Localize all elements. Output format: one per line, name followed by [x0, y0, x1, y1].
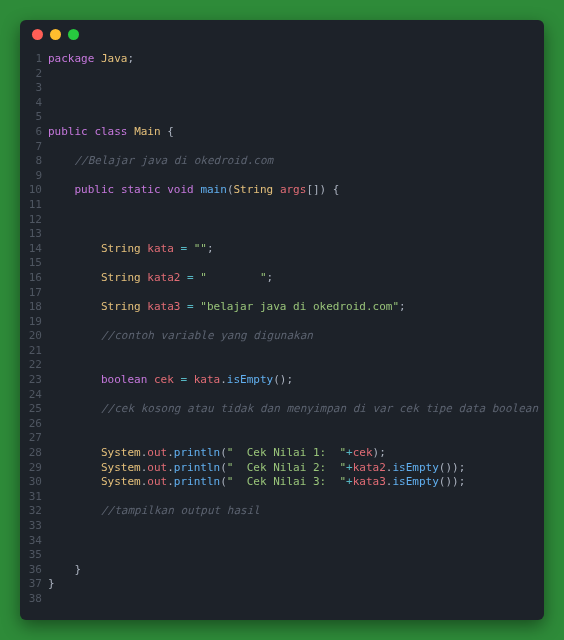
- line-number: 1: [20, 52, 42, 67]
- code-line[interactable]: //contoh variable yang digunakan: [48, 329, 544, 344]
- code-line[interactable]: [48, 388, 544, 403]
- line-number: 24: [20, 388, 42, 403]
- code-line[interactable]: //cek kosong atau tidak dan menyimpan di…: [48, 402, 544, 417]
- code-line[interactable]: [48, 256, 544, 271]
- code-line[interactable]: [48, 344, 544, 359]
- line-number: 38: [20, 592, 42, 607]
- code-line[interactable]: [48, 140, 544, 155]
- line-number: 35: [20, 548, 42, 563]
- code-line[interactable]: [48, 110, 544, 125]
- code-line[interactable]: [48, 198, 544, 213]
- line-number-gutter: 1234567891011121314151617181920212223242…: [20, 52, 48, 612]
- line-number: 18: [20, 300, 42, 315]
- line-number: 12: [20, 213, 42, 228]
- line-number: 11: [20, 198, 42, 213]
- line-number: 16: [20, 271, 42, 286]
- minimize-icon[interactable]: [50, 29, 61, 40]
- code-line[interactable]: System.out.println(" Cek Nilai 3: "+kata…: [48, 475, 544, 490]
- code-line[interactable]: [48, 286, 544, 301]
- line-number: 27: [20, 431, 42, 446]
- line-number: 3: [20, 81, 42, 96]
- line-number: 13: [20, 227, 42, 242]
- line-number: 22: [20, 358, 42, 373]
- code-line[interactable]: [48, 213, 544, 228]
- code-line[interactable]: [48, 490, 544, 505]
- editor-window: 1234567891011121314151617181920212223242…: [20, 20, 544, 620]
- line-number: 28: [20, 446, 42, 461]
- code-line[interactable]: String kata3 = "belajar java di okedroid…: [48, 300, 544, 315]
- line-number: 8: [20, 154, 42, 169]
- line-number: 37: [20, 577, 42, 592]
- line-number: 14: [20, 242, 42, 257]
- close-icon[interactable]: [32, 29, 43, 40]
- line-number: 5: [20, 110, 42, 125]
- code-line[interactable]: [48, 227, 544, 242]
- line-number: 15: [20, 256, 42, 271]
- line-number: 2: [20, 67, 42, 82]
- line-number: 25: [20, 402, 42, 417]
- code-line[interactable]: }: [48, 577, 544, 592]
- line-number: 19: [20, 315, 42, 330]
- code-line[interactable]: String kata2 = " ";: [48, 271, 544, 286]
- line-number: 7: [20, 140, 42, 155]
- line-number: 32: [20, 504, 42, 519]
- line-number: 10: [20, 183, 42, 198]
- code-line[interactable]: public class Main {: [48, 125, 544, 140]
- code-editor[interactable]: 1234567891011121314151617181920212223242…: [20, 48, 544, 620]
- line-number: 21: [20, 344, 42, 359]
- code-line[interactable]: //Belajar java di okedroid.com: [48, 154, 544, 169]
- line-number: 4: [20, 96, 42, 111]
- code-line[interactable]: [48, 358, 544, 373]
- code-line[interactable]: [48, 431, 544, 446]
- code-line[interactable]: [48, 169, 544, 184]
- line-number: 6: [20, 125, 42, 140]
- line-number: 23: [20, 373, 42, 388]
- code-line[interactable]: [48, 315, 544, 330]
- code-line[interactable]: [48, 519, 544, 534]
- line-number: 31: [20, 490, 42, 505]
- code-line[interactable]: //tampilkan output hasil: [48, 504, 544, 519]
- line-number: 34: [20, 534, 42, 549]
- code-line[interactable]: [48, 592, 544, 607]
- code-line[interactable]: package Java;: [48, 52, 544, 67]
- code-line[interactable]: boolean cek = kata.isEmpty();: [48, 373, 544, 388]
- code-line[interactable]: [48, 96, 544, 111]
- line-number: 29: [20, 461, 42, 476]
- code-line[interactable]: [48, 81, 544, 96]
- code-line[interactable]: [48, 67, 544, 82]
- code-line[interactable]: String kata = "";: [48, 242, 544, 257]
- line-number: 9: [20, 169, 42, 184]
- code-line[interactable]: System.out.println(" Cek Nilai 2: "+kata…: [48, 461, 544, 476]
- code-line[interactable]: public static void main(String args[]) {: [48, 183, 544, 198]
- code-line[interactable]: [48, 534, 544, 549]
- line-number: 26: [20, 417, 42, 432]
- line-number: 30: [20, 475, 42, 490]
- code-area[interactable]: package Java; public class Main { //Bela…: [48, 52, 544, 612]
- titlebar: [20, 20, 544, 48]
- line-number: 36: [20, 563, 42, 578]
- code-line[interactable]: [48, 548, 544, 563]
- code-line[interactable]: System.out.println(" Cek Nilai 1: "+cek)…: [48, 446, 544, 461]
- line-number: 20: [20, 329, 42, 344]
- line-number: 17: [20, 286, 42, 301]
- code-line[interactable]: }: [48, 563, 544, 578]
- code-line[interactable]: [48, 417, 544, 432]
- line-number: 33: [20, 519, 42, 534]
- zoom-icon[interactable]: [68, 29, 79, 40]
